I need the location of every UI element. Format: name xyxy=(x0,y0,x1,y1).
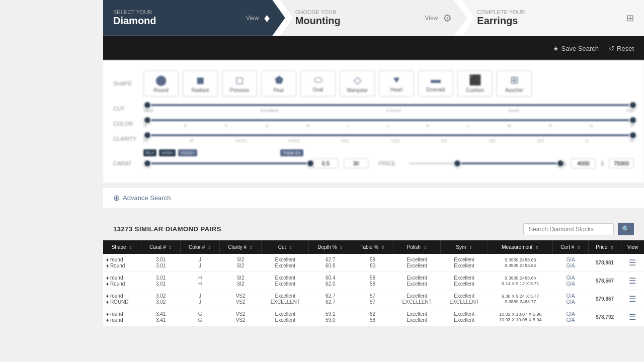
price-slider-wrap[interactable] xyxy=(409,162,558,164)
cut-fill xyxy=(143,104,634,106)
view-row-button[interactable]: ☰ xyxy=(629,294,636,304)
cell-price: $78,792 xyxy=(589,308,621,326)
carat-slider-wrap[interactable] xyxy=(143,162,308,164)
wizard-step-diamond[interactable]: Select Your Diamond View ♦ xyxy=(103,0,285,36)
cell-view[interactable]: ☰ xyxy=(621,308,644,326)
shape-icon-radiant: ◼ xyxy=(196,74,205,86)
save-search-button[interactable]: ★ Save Search xyxy=(553,45,599,52)
col-sym[interactable]: Sym ⇕ xyxy=(441,240,488,254)
diamond-search-input[interactable] xyxy=(523,223,614,235)
shape-btn-oval[interactable]: ⬭ Oval xyxy=(300,70,336,97)
cell-view[interactable]: ☰ xyxy=(621,290,644,308)
reset-button[interactable]: ↺ Reset xyxy=(609,45,634,52)
carat-min-input[interactable] xyxy=(313,158,339,168)
color-thumb-right[interactable] xyxy=(629,116,637,124)
col-price[interactable]: Price ⇕ xyxy=(589,240,621,254)
col-carat[interactable]: Carat # ⇕ xyxy=(141,240,181,254)
wizard-step-earrings-title: Earrings xyxy=(477,15,626,27)
shape-icon-cushion: ⬛ xyxy=(469,74,481,86)
carat-thumb-left[interactable] xyxy=(143,159,151,167)
price-min-input[interactable] xyxy=(571,158,596,168)
shape-icon-marquise: ◇ xyxy=(354,74,361,86)
cell-table: 5757 xyxy=(352,290,393,308)
diamond-table: Shape ⇕ Carat # ⇕ Color # ⇕ Clarity # ⇕ … xyxy=(103,240,644,326)
col-color[interactable]: Color # ⇕ xyxy=(181,240,220,254)
shape-btn-heart[interactable]: ♥ Heart xyxy=(379,70,414,97)
cut-thumb-right[interactable] xyxy=(629,101,637,109)
wizard-step-diamond-sub: Select Your xyxy=(113,9,246,15)
cell-clarity: VS2VS2 xyxy=(219,290,261,308)
col-clarity[interactable]: Clarity # ⇕ xyxy=(219,240,261,254)
color-marks: D E F G H I J K L M N O P xyxy=(143,123,634,128)
view-row-button[interactable]: ☰ xyxy=(629,276,636,286)
cell-carat: 3.413.41 xyxy=(141,308,181,326)
shape-btn-pear[interactable]: ⬟ Pear xyxy=(261,70,296,97)
price-filter: PRICE $ $ xyxy=(379,158,634,168)
toolbar: ★ Save Search ↺ Reset xyxy=(103,36,644,60)
cell-cut: ExcellentExcellent xyxy=(262,308,309,326)
wizard-step-mounting-title: Mounting xyxy=(295,15,425,27)
cell-color: JJ xyxy=(181,290,220,308)
wizard-step-diamond-content: Select Your Diamond xyxy=(113,9,246,27)
carat-inputs xyxy=(313,158,369,168)
price-thumb-left[interactable] xyxy=(453,159,461,167)
cell-measurement: 9.38 X 9.24 X 5.779.3889.2483.77 xyxy=(488,290,553,308)
cell-shape: ♦ round ♦ Round xyxy=(103,272,141,290)
wizard-step-mounting[interactable]: Choose your Mounting View ⚙ xyxy=(280,0,467,36)
cell-view[interactable]: ☰ xyxy=(621,254,644,272)
carat-fill xyxy=(143,162,308,164)
view-row-button[interactable]: ☰ xyxy=(629,312,636,322)
cell-table: 6258 xyxy=(352,308,393,326)
view-row-button[interactable]: ☰ xyxy=(629,258,636,267)
carat-max-input[interactable] xyxy=(344,158,369,168)
cut-marks: Ideal Excellent V.Good Good Fair xyxy=(143,108,634,113)
shape-btn-asscher[interactable]: ⊞ Asscher xyxy=(497,70,532,97)
diamond-search-button[interactable]: 🔍 xyxy=(618,223,634,235)
results-section: 13273 SIMILAR DIAMOND PAIRS 🔍 Shape ⇕ Ca… xyxy=(103,218,644,336)
advance-search-row[interactable]: ⊕ Advance Search xyxy=(103,188,644,208)
cell-polish: ExcellentExcellent xyxy=(393,272,441,290)
cell-polish: ExcellentEXCELLENT xyxy=(393,290,441,308)
diamond-search-wrap: 🔍 xyxy=(523,223,634,235)
color-slider-wrap[interactable]: D E F G H I J K L M N O P xyxy=(143,119,634,128)
clarity-fill xyxy=(143,134,634,136)
col-polish[interactable]: Polish ⇕ xyxy=(393,240,441,254)
price-track xyxy=(409,162,558,164)
shape-btn-radiant[interactable]: ◼ Radiant xyxy=(183,70,218,97)
col-depth[interactable]: Depth % ⇕ xyxy=(309,240,352,254)
price-thumb-right[interactable] xyxy=(556,159,565,167)
shape-btn-cushion[interactable]: ⬛ Cushion xyxy=(457,70,493,97)
advance-search-label: Advance Search xyxy=(123,194,171,202)
cell-table: 5960 xyxy=(352,254,393,272)
clarity-slider-wrap[interactable]: FL IF VVS1 VVS2 VS1 VS2 SI1 SI2 SI3 I1 I… xyxy=(143,134,634,143)
cut-slider-wrap[interactable]: Ideal Excellent V.Good Good Fair xyxy=(143,104,634,113)
shape-filter-label: SHAPE xyxy=(113,80,143,86)
wizard-step-earrings[interactable]: Complete Your Earrings ⊞ xyxy=(462,0,644,36)
wizard-step-earrings-sub: Complete Your xyxy=(477,9,626,15)
shape-btn-round[interactable]: ⬤ Round xyxy=(143,70,179,97)
wizard-step-diamond-view[interactable]: View xyxy=(246,15,259,22)
shape-btn-marquise[interactable]: ◇ Marquise xyxy=(340,70,375,97)
wizard-step-mounting-view[interactable]: View xyxy=(425,15,438,22)
shape-btn-princess[interactable]: ◻ Princess xyxy=(222,70,257,97)
price-fill xyxy=(453,162,557,164)
cell-price: $78,567 xyxy=(589,272,621,290)
col-shape[interactable]: Shape ⇕ xyxy=(103,240,141,254)
clarity-thumb-right[interactable] xyxy=(629,131,637,139)
shape-btn-emerald[interactable]: ▬ Emerald xyxy=(418,70,453,97)
clarity-thumb-left[interactable] xyxy=(143,131,151,139)
cell-sym: ExcellentExcellent xyxy=(441,272,488,290)
col-cut[interactable]: Cut ⇕ xyxy=(262,240,309,254)
advance-search-icon: ⊕ xyxy=(113,193,120,203)
color-thumb-left[interactable] xyxy=(143,116,151,124)
price-max-input[interactable] xyxy=(609,158,634,168)
cell-polish: ExcellentExcellent xyxy=(393,308,441,326)
cut-thumb-left[interactable] xyxy=(143,101,151,109)
cell-view[interactable]: ☰ xyxy=(621,272,644,290)
col-table[interactable]: Table % ⇕ xyxy=(352,240,393,254)
col-cert[interactable]: Cert # ⇕ xyxy=(553,240,589,254)
shape-icon-emerald: ▬ xyxy=(431,74,441,85)
cell-shape: ♦ round ♦ Round xyxy=(103,254,141,272)
col-measurement[interactable]: Measurement ⇕ xyxy=(488,240,553,254)
cell-price: $79,867 xyxy=(589,290,621,308)
